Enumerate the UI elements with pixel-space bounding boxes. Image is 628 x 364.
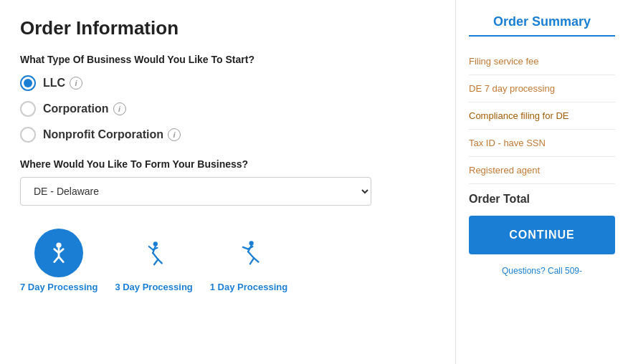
radio-corporation[interactable]: Corporation i (20, 101, 435, 117)
radio-llc[interactable]: LLC i (20, 75, 435, 91)
processing-label-7day: 7 Day Processing (20, 282, 97, 292)
processing-label-3day: 3 Day Processing (115, 282, 192, 292)
svg-line-4 (54, 257, 59, 262)
radio-label-llc: LLC (43, 77, 65, 90)
summary-item-de7day: DE 7 day processing (469, 75, 615, 102)
order-summary-title: Order Summary (469, 14, 615, 37)
processing-option-1day[interactable]: 1 Day Processing (210, 229, 287, 292)
svg-line-19 (254, 258, 258, 262)
radio-circle-nonprofit (20, 127, 36, 143)
svg-line-18 (250, 258, 254, 264)
business-type-radio-group: LLC i Corporation i Nonprofit Corporatio… (20, 75, 435, 143)
processing-label-1day: 1 Day Processing (210, 282, 287, 292)
running-person-icon (141, 240, 167, 266)
help-icon-llc[interactable]: i (70, 77, 82, 90)
radio-circle-corporation (20, 101, 36, 117)
processing-icon-1day (224, 229, 273, 277)
help-icon-nonprofit[interactable]: i (168, 128, 181, 141)
sprinting-person-icon (236, 240, 262, 266)
radio-nonprofit[interactable]: Nonprofit Corporation i (20, 127, 435, 143)
processing-icon-7day (34, 229, 83, 277)
svg-line-8 (153, 253, 158, 259)
svg-line-11 (154, 259, 158, 264)
svg-line-10 (153, 248, 157, 250)
radio-label-nonprofit: Nonprofit Corporation (43, 128, 163, 141)
summary-item-taxid: Tax ID - have SSN (469, 130, 615, 157)
questions-text: Questions? Call 509- (469, 266, 615, 276)
svg-line-17 (248, 246, 252, 249)
svg-line-15 (248, 252, 254, 258)
right-panel: Order Summary Filing service fee DE 7 da… (456, 0, 628, 364)
walking-person-icon (46, 240, 72, 266)
radio-label-corporation: Corporation (43, 102, 109, 115)
radio-circle-llc (20, 75, 36, 91)
svg-line-12 (158, 259, 161, 263)
continue-button[interactable]: CONTINUE (469, 216, 615, 254)
processing-options: 7 Day Processing 3 Day Processing (20, 229, 435, 292)
summary-item-compliance: Compliance filing for DE (469, 102, 615, 130)
summary-item-reg-agent: Registered agent (469, 157, 615, 184)
processing-option-7day[interactable]: 7 Day Processing (20, 229, 97, 292)
svg-line-5 (59, 257, 63, 262)
processing-icon-3day (130, 229, 179, 277)
help-icon-corporation[interactable]: i (113, 102, 126, 115)
formation-state-question: Where Would You Like To Form Your Busine… (20, 158, 435, 170)
svg-line-16 (243, 247, 248, 249)
processing-option-3day[interactable]: 3 Day Processing (115, 229, 192, 292)
order-total-label: Order Total (469, 184, 615, 216)
summary-item-filing-fee: Filing service fee (469, 48, 615, 75)
state-select[interactable]: DE - Delaware AL - Alabama CA - Californ… (20, 177, 371, 206)
left-panel: Order Information What Type Of Business … (0, 0, 456, 364)
page-title: Order Information (20, 17, 435, 39)
business-type-question: What Type Of Business Would You Like To … (20, 54, 435, 65)
